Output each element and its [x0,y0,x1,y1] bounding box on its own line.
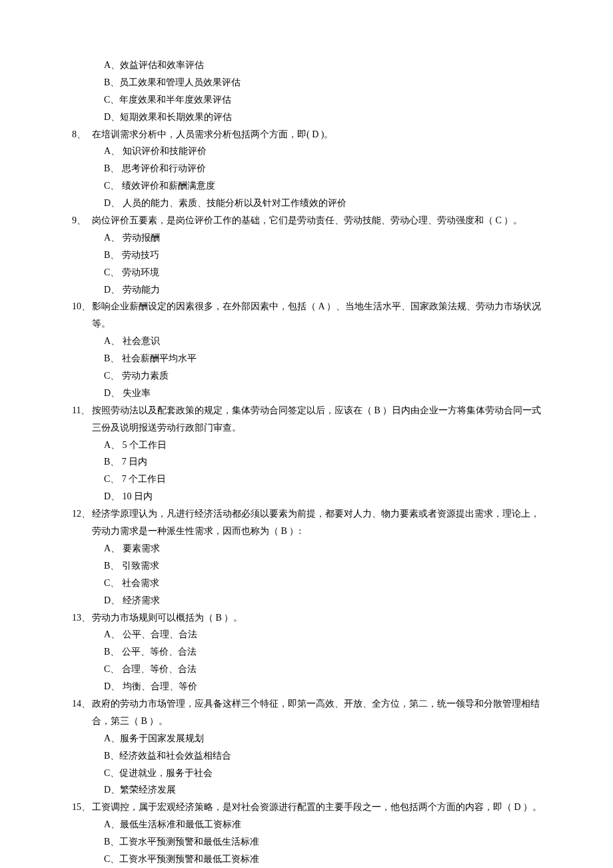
question-number: 13、 [72,609,92,627]
option-c: C、 劳动环境 [72,264,546,281]
question-options: A、 劳动报酬B、 劳动技巧C、 劳动环境D、 劳动能力 [72,229,546,299]
question-text: 经济学原理认为，凡进行经济活动都必须以要素为前提，都要对人力、物力要素或者资源提… [92,505,546,540]
question-options: A、最低生活标准和最低工资标准B、工资水平预测预警和最低生活标准C、工资水平预测… [72,816,546,868]
question-text: 在培训需求分析中，人员需求分析包括两个方面，即( D )。 [92,126,546,143]
option-b: B、工资水平预测预警和最低生活标准 [72,833,546,851]
question-stem: 12、经济学原理认为，凡进行经济活动都必须以要素为前提，都要对人力、物力要素或者… [72,505,546,540]
option-a: A、 5 个工作日 [72,437,546,454]
option-d: D、 失业率 [72,385,546,402]
intro-options-block: A、效益评估和效率评估 B、员工效果和管理人员效果评估 C、年度效果和半年度效果… [72,57,546,126]
question-text: 政府的劳动力市场管理，应具备这样三个特征，即第一高效、开放、全方位，第二，统一领… [92,695,546,730]
option-c: C、 劳动力素质 [72,367,546,385]
question-stem: 10、影响企业薪酬设定的因素很多，在外部因素中，包括（ A ）、当地生活水平、国… [72,298,546,333]
option-a: A、服务于国家发展规划 [72,730,546,747]
question-number: 11、 [72,402,92,419]
question-9: 9、岗位评价五要素，是岗位评价工作的基础，它们是劳动责任、劳动技能、劳动心理、劳… [72,212,546,298]
question-text: 工资调控，属于宏观经济策略，是对社会资源进行配置的主要手段之一，他包括两个方面的… [92,799,546,816]
option-b: B、 社会薪酬平均水平 [72,350,546,367]
option-b: B、 引致需求 [72,557,546,575]
option-d: D、繁荣经济发展 [72,781,546,799]
question-text: 岗位评价五要素，是岗位评价工作的基础，它们是劳动责任、劳动技能、劳动心理、劳动强… [92,212,546,229]
option-c: C、工资水平预测预警和最低工资标准 [72,851,546,868]
question-8: 8、在培训需求分析中，人员需求分析包括两个方面，即( D )。A、 知识评价和技… [72,126,546,212]
question-number: 10、 [72,298,92,315]
option-d: D、 均衡、合理、等价 [72,678,546,695]
question-options: A、 要素需求B、 引致需求C、 社会需求D、 经济需求 [72,540,546,609]
option-c: C、促进就业，服务于社会 [72,765,546,782]
question-10: 10、影响企业薪酬设定的因素很多，在外部因素中，包括（ A ）、当地生活水平、国… [72,298,546,401]
question-text: 影响企业薪酬设定的因素很多，在外部因素中，包括（ A ）、当地生活水平、国家政策… [92,298,546,333]
question-12: 12、经济学原理认为，凡进行经济活动都必须以要素为前提，都要对人力、物力要素或者… [72,505,546,609]
question-options: A、 社会意识B、 社会薪酬平均水平C、 劳动力素质D、 失业率 [72,333,546,402]
question-stem: 14、政府的劳动力市场管理，应具备这样三个特征，即第一高效、开放、全方位，第二，… [72,695,546,730]
question-stem: 11、按照劳动法以及配套政策的规定，集体劳动合同签定以后，应该在（ B ）日内由… [72,402,546,437]
question-text: 按照劳动法以及配套政策的规定，集体劳动合同签定以后，应该在（ B ）日内由企业一… [92,402,546,437]
question-stem: 8、在培训需求分析中，人员需求分析包括两个方面，即( D )。 [72,126,546,143]
intro-option-b: B、员工效果和管理人员效果评估 [72,74,546,91]
question-15: 15、工资调控，属于宏观经济策略，是对社会资源进行配置的主要手段之一，他包括两个… [72,799,546,868]
option-a: A、最低生活标准和最低工资标准 [72,816,546,833]
option-a: A、 公平、合理、合法 [72,626,546,643]
question-stem: 13、劳动力市场规则可以概括为（ B ）。 [72,609,546,627]
question-number: 14、 [72,695,92,713]
option-a: A、 要素需求 [72,540,546,557]
option-b: B、 公平、等价、合法 [72,643,546,661]
option-c: C、 7 个工作日 [72,471,546,488]
question-11: 11、按照劳动法以及配套政策的规定，集体劳动合同签定以后，应该在（ B ）日内由… [72,402,546,505]
option-c: C、 合理、等价、合法 [72,661,546,678]
option-d: D、 10 日内 [72,488,546,505]
question-text: 劳动力市场规则可以概括为（ B ）。 [92,609,546,627]
option-b: B、 思考评价和行动评价 [72,160,546,177]
question-stem: 15、工资调控，属于宏观经济策略，是对社会资源进行配置的主要手段之一，他包括两个… [72,799,546,816]
question-number: 12、 [72,505,92,523]
question-number: 8、 [72,126,92,143]
question-13: 13、劳动力市场规则可以概括为（ B ）。A、 公平、合理、合法B、 公平、等价… [72,609,546,695]
intro-option-d: D、短期效果和长期效果的评估 [72,109,546,126]
option-b: B、经济效益和社会效益相结合 [72,747,546,765]
question-number: 15、 [72,799,92,816]
question-options: A、 知识评价和技能评价B、 思考评价和行动评价C、 绩效评价和薪酬满意度D、 … [72,143,546,212]
intro-option-c: C、年度效果和半年度效果评估 [72,91,546,109]
option-d: D、 经济需求 [72,592,546,609]
question-options: A、 5 个工作日B、 7 日内C、 7 个工作日D、 10 日内 [72,437,546,506]
option-d: D、 人员的能力、素质、技能分析以及针对工作绩效的评价 [72,195,546,212]
option-a: A、 知识评价和技能评价 [72,143,546,160]
question-options: A、服务于国家发展规划B、经济效益和社会效益相结合C、促进就业，服务于社会D、繁… [72,730,546,799]
option-a: A、 社会意识 [72,333,546,350]
question-options: A、 公平、合理、合法B、 公平、等价、合法C、 合理、等价、合法D、 均衡、合… [72,626,546,695]
option-a: A、 劳动报酬 [72,229,546,247]
questions-container: 8、在培训需求分析中，人员需求分析包括两个方面，即( D )。A、 知识评价和技… [72,126,546,868]
option-b: B、 劳动技巧 [72,247,546,264]
option-c: C、 绩效评价和薪酬满意度 [72,177,546,195]
option-b: B、 7 日内 [72,453,546,471]
option-c: C、 社会需求 [72,575,546,592]
question-14: 14、政府的劳动力市场管理，应具备这样三个特征，即第一高效、开放、全方位，第二，… [72,695,546,799]
question-stem: 9、岗位评价五要素，是岗位评价工作的基础，它们是劳动责任、劳动技能、劳动心理、劳… [72,212,546,229]
intro-option-a: A、效益评估和效率评估 [72,57,546,74]
option-d: D、 劳动能力 [72,281,546,299]
question-number: 9、 [72,212,92,229]
